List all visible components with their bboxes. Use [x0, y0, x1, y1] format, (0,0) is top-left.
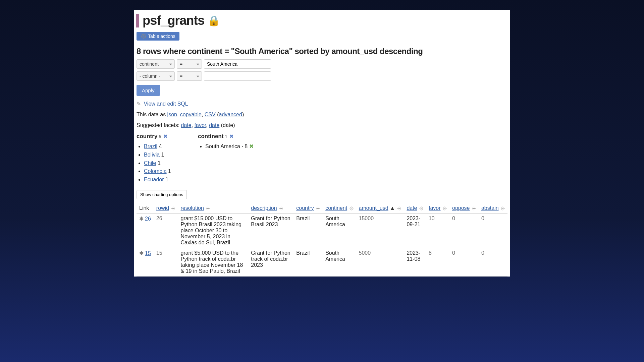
gear-icon — [141, 34, 146, 39]
lock-icon: 🔒 — [208, 15, 220, 26]
apply-button[interactable]: Apply — [137, 85, 160, 96]
cell-country: Brazil — [293, 213, 323, 248]
gear-icon[interactable] — [472, 206, 476, 210]
row-gear-icon[interactable]: ✱ — [139, 250, 144, 256]
cell-description: Grant for Python track of coda.br 2023 — [248, 248, 293, 276]
filter-op-select-empty[interactable]: = — [177, 71, 202, 81]
col-oppose-sort[interactable]: oppose — [452, 205, 470, 211]
filter-row-2: - column - = — [137, 71, 507, 81]
table-name: psf_grants — [143, 13, 204, 28]
table-actions-label: Table actions — [148, 34, 175, 39]
cell-abstain: 0 — [479, 248, 507, 276]
gear-icon[interactable] — [397, 206, 401, 210]
svg-point-7 — [421, 208, 422, 209]
suggested-facets-line: Suggested facets: date, favor, date (dat… — [137, 122, 507, 128]
gear-icon[interactable] — [206, 206, 210, 210]
facet-continent-clear[interactable]: ✖ — [229, 133, 234, 139]
filter-op-select[interactable]: = — [177, 59, 202, 69]
cell-date: 2023-11-08 — [404, 248, 426, 276]
facet-link-chile[interactable]: Chile — [144, 160, 156, 166]
gear-icon[interactable] — [501, 206, 505, 210]
gear-icon[interactable] — [279, 206, 283, 210]
table-actions-button[interactable]: Table actions — [137, 32, 179, 41]
row-pk-link[interactable]: 15 — [145, 250, 151, 256]
cell-date: 2023-09-21 — [404, 213, 426, 248]
cell-resolution: grant $5,000 USD to the Python track of … — [178, 248, 248, 276]
cell-continent: South America — [323, 248, 356, 276]
table-row: ✱15 15 grant $5,000 USD to the Python tr… — [137, 248, 507, 276]
filter-column-select[interactable]: continent — [137, 59, 175, 69]
facet-continent: continent 1 ✖ South America · 8 ✖ — [198, 133, 254, 184]
cell-resolution: grant $15,000 USD to Python Brasil 2023 … — [178, 213, 248, 248]
gear-icon[interactable] — [443, 206, 447, 210]
cell-oppose: 0 — [449, 248, 479, 276]
export-csv-link[interactable]: CSV — [205, 112, 216, 117]
query-summary: 8 rows where continent = "South America"… — [137, 47, 507, 56]
col-rowid-sort[interactable]: rowid — [156, 205, 169, 211]
col-amount-sort[interactable]: amount_usd — [359, 205, 388, 211]
facet-item-colombia: Colombia 1 — [144, 167, 171, 176]
show-charting-button[interactable]: Show charting options — [137, 190, 187, 199]
facet-item-chile: Chile 1 — [144, 159, 171, 168]
svg-point-4 — [318, 208, 319, 209]
facet-item-ecuador: Ecuador 1 — [144, 176, 171, 184]
cell-continent: South America — [323, 213, 356, 248]
col-resolution-sort[interactable]: resolution — [180, 205, 204, 211]
facet-link-bolivia[interactable]: Bolivia — [144, 152, 160, 158]
filter-value-input-empty[interactable] — [204, 71, 271, 81]
facet-item-bolivia: Bolivia 1 — [144, 151, 171, 159]
col-date-sort[interactable]: date — [407, 205, 417, 211]
row-pk-link[interactable]: 26 — [145, 216, 151, 222]
view-edit-sql-link[interactable]: View and edit SQL — [144, 101, 188, 107]
filter-column-select-empty[interactable]: - column - — [137, 71, 175, 81]
facet-country-clear[interactable]: ✖ — [163, 133, 168, 139]
export-json-link[interactable]: json — [167, 112, 177, 117]
filter-row-1: continent = — [137, 59, 507, 69]
svg-point-0 — [143, 36, 144, 37]
facet-link-brazil[interactable]: Brazil — [144, 143, 157, 149]
sort-arrow-icon: ▲ — [390, 205, 395, 211]
cell-country: Brazil — [293, 248, 323, 276]
cell-oppose: 0 — [449, 213, 479, 248]
gear-icon[interactable] — [419, 206, 423, 210]
svg-point-8 — [444, 208, 445, 209]
data-table: Link rowid resolution description countr… — [137, 203, 507, 277]
facet-suggestion-date[interactable]: date — [181, 122, 192, 128]
svg-point-5 — [351, 208, 352, 209]
gear-icon[interactable] — [316, 206, 320, 210]
export-copyable-link[interactable]: copyable — [180, 112, 202, 117]
cell-favor: 8 — [426, 248, 449, 276]
cell-rowid: 26 — [154, 213, 178, 248]
facet-suggestion-date2[interactable]: date — [209, 122, 219, 128]
facet-suggestion-favor[interactable]: favor — [195, 122, 206, 128]
facet-item-brazil: Brazil 4 — [144, 142, 171, 151]
pencil-icon: ✎ — [137, 101, 141, 107]
col-favor-sort[interactable]: favor — [429, 205, 441, 211]
facet-country-count: 5 — [159, 134, 161, 139]
col-description-sort[interactable]: description — [251, 205, 277, 211]
svg-point-6 — [399, 208, 400, 209]
sql-link-row: ✎ View and edit SQL — [137, 101, 507, 107]
col-link: Link — [137, 203, 154, 214]
row-gear-icon[interactable]: ✱ — [139, 216, 144, 222]
facet-remove-south-america[interactable]: ✖ — [249, 143, 254, 149]
facet-country-label: country — [137, 133, 157, 139]
header-accent-bar — [136, 14, 139, 27]
table-row: ✱26 26 grant $15,000 USD to Python Brasi… — [137, 213, 507, 248]
cell-abstain: 0 — [479, 213, 507, 248]
cell-description: Grant for Python Brasil 2023 — [248, 213, 293, 248]
col-abstain-sort[interactable]: abstain — [481, 205, 499, 211]
filter-value-input[interactable] — [204, 59, 271, 69]
col-country-sort[interactable]: country — [296, 205, 314, 211]
facet-link-ecuador[interactable]: Ecuador — [144, 177, 164, 182]
svg-point-3 — [281, 208, 282, 209]
gear-icon[interactable] — [350, 206, 354, 210]
facet-item-south-america: South America · 8 ✖ — [205, 142, 254, 151]
export-advanced-link[interactable]: advanced — [219, 112, 242, 117]
gear-icon[interactable] — [171, 206, 175, 210]
facet-link-colombia[interactable]: Colombia — [144, 168, 167, 174]
col-continent-sort[interactable]: continent — [325, 205, 347, 211]
svg-point-10 — [502, 208, 503, 209]
facet-continent-label: continent — [198, 133, 224, 139]
facet-continent-count: 1 — [225, 134, 227, 139]
